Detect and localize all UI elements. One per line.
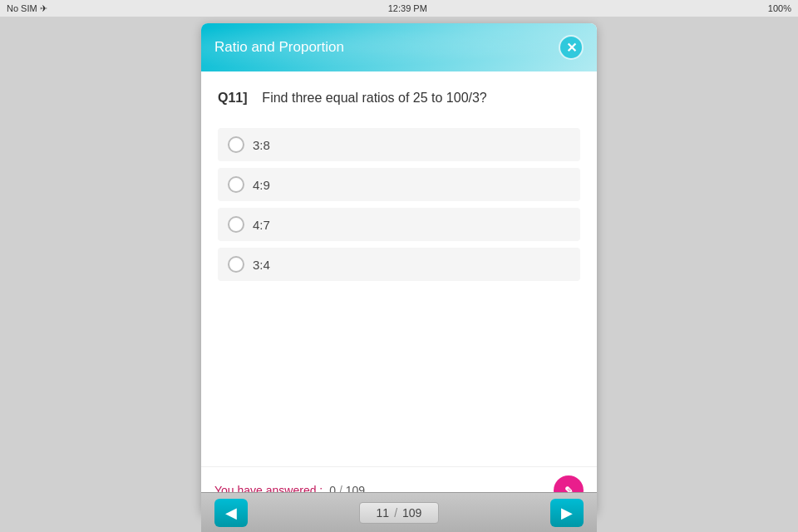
- quiz-card: Ratio and Proportion ✕ Q11] Find three e…: [201, 23, 597, 515]
- sim-status: No SIM ✈: [7, 3, 47, 14]
- status-left: No SIM ✈: [7, 3, 47, 14]
- option-b[interactable]: 4:9: [218, 168, 580, 201]
- status-right: 100%: [768, 3, 791, 13]
- status-bar: No SIM ✈ 12:39 PM 100%: [0, 0, 798, 17]
- next-icon: ▶: [561, 504, 573, 522]
- radio-d: [228, 256, 244, 273]
- option-label-c: 4:7: [253, 218, 270, 232]
- navigation-bar: ◀ 11 / 109 ▶: [201, 492, 597, 532]
- card-header: Ratio and Proportion ✕: [201, 23, 597, 71]
- option-c[interactable]: 4:7: [218, 208, 580, 241]
- option-a[interactable]: 3:8: [218, 128, 580, 161]
- option-label-a: 3:8: [253, 138, 270, 152]
- radio-c: [228, 216, 244, 233]
- question-body: Find three equal ratios of 25 to 100/3?: [262, 91, 486, 105]
- options-list: 3:84:94:73:4: [218, 128, 580, 281]
- card-content: Q11] Find three equal ratios of 25 to 10…: [201, 71, 597, 466]
- total-pages: 109: [402, 506, 421, 520]
- prev-icon: ◀: [225, 504, 237, 522]
- option-label-b: 4:9: [253, 178, 270, 192]
- option-label-d: 3:4: [253, 258, 270, 272]
- radio-a: [228, 136, 244, 153]
- time-display: 12:39 PM: [388, 3, 427, 13]
- close-button[interactable]: ✕: [559, 35, 584, 60]
- battery-status: 100%: [768, 3, 791, 13]
- question-text: Q11] Find three equal ratios of 25 to 10…: [218, 88, 580, 108]
- previous-button[interactable]: ◀: [214, 499, 248, 527]
- current-page: 11: [377, 506, 390, 520]
- radio-b: [228, 176, 244, 193]
- status-center: 12:39 PM: [388, 3, 427, 13]
- next-button[interactable]: ▶: [550, 499, 584, 527]
- page-slash: /: [394, 506, 397, 520]
- option-d[interactable]: 3:4: [218, 248, 580, 281]
- card-title: Ratio and Proportion: [214, 39, 344, 56]
- question-number: Q11]: [218, 91, 248, 105]
- page-indicator: 11 / 109: [359, 502, 440, 524]
